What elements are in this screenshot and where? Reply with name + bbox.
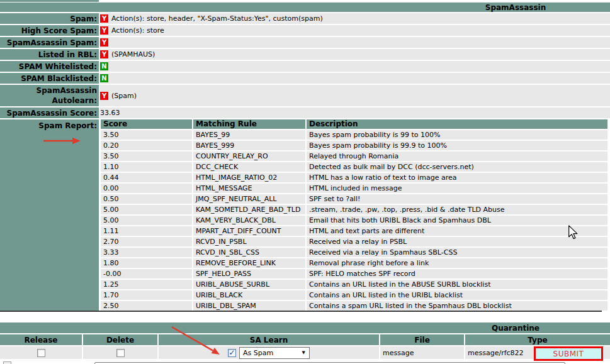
report-description: Received via a relay in PSBL	[307, 237, 607, 246]
status-label: SPAM Whitelisted:	[0, 61, 99, 72]
report-row: 5.00 KAM_VERY_BLACK_DBL Email that hits …	[101, 216, 607, 225]
report-row: 3.33 RCVD_IN_SBL_CSS Received via a rela…	[101, 248, 607, 257]
report-score: 1.11	[101, 226, 192, 236]
file-cell: message	[380, 346, 464, 359]
status-value-cell: N	[99, 61, 610, 72]
release-checkbox[interactable]	[37, 349, 45, 357]
status-label: SpamAssassin Score:	[0, 108, 99, 118]
quarantine-header-band: Quarantine	[0, 323, 610, 333]
report-score: 2.70	[101, 237, 192, 246]
column-header-release: Release	[0, 334, 82, 345]
report-rule: BAYES_99	[193, 130, 305, 140]
column-header-sa-learn: SA Learn	[159, 334, 379, 345]
spam-quarantine-detail-page: SpamAssassin Spam: Y Action(s): store, h…	[0, 0, 610, 364]
report-description: .stream, .trade, .pw, .top, .press, .bid…	[307, 205, 607, 214]
report-rule: SPF_HELO_PASS	[193, 269, 305, 279]
report-row: 1.25 URIBL_ABUSE_SURBL Contains an URL l…	[101, 280, 607, 289]
report-score: 0.20	[101, 141, 192, 150]
report-rule: HTML_MESSAGE	[193, 184, 305, 193]
report-row: 1.11 MPART_ALT_DIFF_COUNT HTML and text …	[101, 226, 607, 236]
status-row: SPAM Whitelisted: N	[0, 61, 610, 72]
report-header-description: Description	[307, 119, 607, 129]
type-value: message/rfc822	[465, 349, 524, 357]
status-label: SpamAssassin Autolearn:	[0, 85, 99, 106]
status-value: 33.63	[100, 109, 120, 117]
status-value: Action(s): store, header, "X-Spam-Status…	[111, 14, 323, 23]
report-row: 5.00 KAM_SOMETLD_ARE_BAD_TLD .stream, .t…	[101, 205, 607, 214]
report-rule: URIBL_DBL_SPAM	[193, 301, 305, 311]
delete-checkbox[interactable]	[116, 349, 125, 357]
status-value-cell: 33.63	[99, 108, 610, 118]
status-value-cell: Y Action(s): store, header, "X-Spam-Stat…	[99, 13, 610, 24]
report-description: HTML included in message	[307, 184, 607, 193]
sa-learn-checkbox[interactable]	[228, 349, 236, 357]
status-label: Spam:	[0, 13, 99, 24]
report-rule: RCVD_IN_PSBL	[193, 237, 305, 246]
report-score: 3.50	[101, 152, 192, 161]
spam-report-label: Spam Report:	[0, 119, 99, 311]
report-row: 3.50 COUNTRY_RELAY_RO Relayed through Ro…	[101, 152, 607, 161]
status-value: (Spam)	[111, 92, 137, 100]
report-description: Contains an URL listed in the URIBL blac…	[307, 290, 607, 300]
spam-report-label-text: Spam Report:	[38, 121, 97, 130]
report-rule: KAM_SOMETLD_ARE_BAD_TLD	[193, 205, 305, 214]
status-value-cell: Y (Spam)	[99, 85, 610, 106]
report-row: 1.80 REMOVE_BEFORE_LINK Removal phrase r…	[101, 258, 607, 268]
submit-button[interactable]: SUBMIT	[534, 346, 603, 361]
report-header-matching-rule: Matching Rule	[193, 119, 305, 129]
report-description: Bayes spam probability is 99 to 100%	[307, 130, 607, 140]
sa-learn-select[interactable]: As Spam ▼	[239, 347, 310, 359]
status-row: SpamAssassin Spam: Y	[0, 37, 610, 48]
report-rule: KAM_VERY_BLACK_DBL	[193, 216, 305, 225]
report-description: HTML has a low ratio of text to image ar…	[307, 173, 607, 182]
spam-report-rows: 3.50 BAYES_99 Bayes spam probability is …	[101, 130, 607, 311]
report-score: 3.33	[101, 248, 192, 257]
column-header-delete: Delete	[83, 334, 157, 345]
report-row: 0.44 HTML_IMAGE_RATIO_02 HTML has a low …	[101, 173, 607, 182]
release-cell	[0, 346, 82, 359]
sa-learn-cell: As Spam ▼	[159, 346, 379, 359]
status-badge: Y	[100, 26, 108, 35]
status-value-cell: Y (SPAMHAUS)	[99, 49, 610, 60]
spam-report-header-row: Score Matching Rule Description	[101, 119, 607, 129]
report-score: 0.00	[101, 184, 192, 193]
status-value: Action(s): store	[111, 26, 164, 35]
spamassassin-header-band: SpamAssassin	[0, 3, 610, 12]
report-score: 5.00	[101, 216, 192, 225]
type-cell: message/rfc822 SUBMIT	[465, 346, 610, 359]
report-row: 0.00 HTML_MESSAGE HTML included in messa…	[101, 184, 607, 193]
next-row-checkbox-clipped[interactable]	[3, 361, 11, 364]
report-score: 1.10	[101, 162, 192, 172]
report-score: 0.50	[101, 194, 192, 204]
status-badge: Y	[100, 92, 108, 100]
status-label: SpamAssassin Spam:	[0, 37, 99, 48]
report-description: SPF set to ?all!	[307, 194, 607, 204]
status-value-cell: Y	[99, 37, 610, 48]
report-row: 3.50 BAYES_99 Bayes spam probability is …	[101, 130, 607, 140]
status-badge: Y	[100, 38, 108, 47]
report-score: 0.44	[101, 173, 192, 182]
quarantine-title: Quarantine	[421, 323, 610, 333]
column-header-file: File	[380, 334, 464, 345]
spamassassin-title: SpamAssassin	[421, 3, 610, 12]
status-badge: N	[100, 74, 108, 82]
report-rule: RCVD_IN_SBL_CSS	[193, 248, 305, 257]
report-row: 2.70 RCVD_IN_PSBL Received via a relay i…	[101, 237, 607, 246]
quarantine-section: Quarantine Release Delete SA Learn File …	[0, 323, 610, 359]
status-badge: Y	[100, 14, 108, 23]
status-row: SpamAssassin Autolearn: Y (Spam)	[0, 85, 610, 106]
report-description: SPF: HELO matches SPF record	[307, 269, 607, 279]
chevron-down-icon[interactable]: ▼	[302, 350, 305, 355]
report-description: Contains a spam URL listed in the Spamha…	[307, 301, 607, 311]
report-score: -0.00	[101, 269, 192, 279]
spam-report-row: Spam Report: Score Matching Rule Descrip…	[0, 119, 610, 311]
report-description: Bayes spam probability is 99.9 to 100%	[307, 141, 607, 150]
status-row: High Score Spam: Y Action(s): store	[0, 25, 610, 36]
report-row: 0.50 JMQ_SPF_NEUTRAL_ALL SPF set to ?all…	[101, 194, 607, 204]
report-description: Detected as bulk mail by DCC (dcc-server…	[307, 162, 607, 172]
report-description: Email that hits both URIBL Black and Spa…	[307, 216, 607, 225]
report-score: 3.50	[101, 130, 192, 140]
report-row: 2.50 URIBL_DBL_SPAM Contains a spam URL …	[101, 301, 607, 311]
report-score: 2.50	[101, 301, 192, 311]
report-score: 1.80	[101, 258, 192, 268]
